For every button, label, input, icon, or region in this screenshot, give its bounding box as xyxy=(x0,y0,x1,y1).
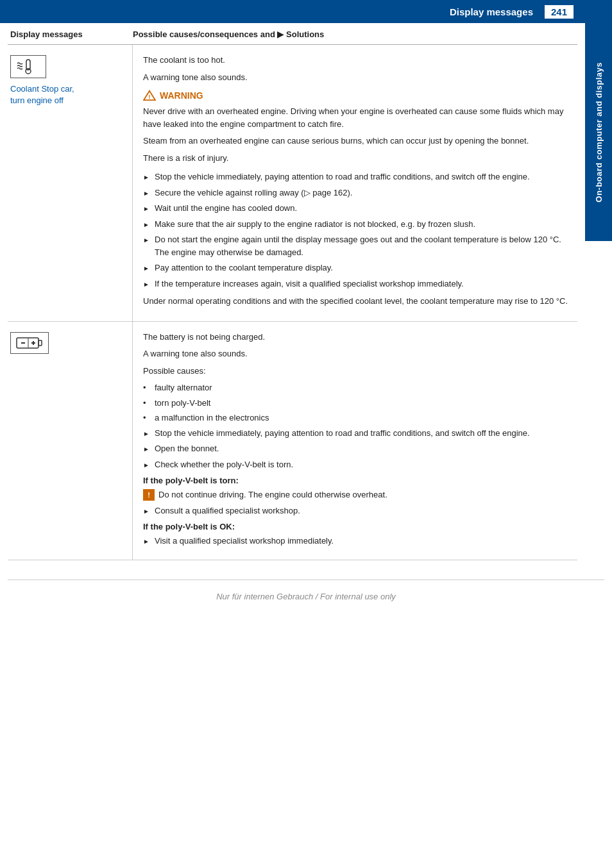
dot-icon: • xyxy=(143,412,152,424)
arrow-icon: ► xyxy=(143,204,152,213)
coolant-display-label: Coolant Stop car, turn engine off xyxy=(10,83,74,106)
side-tab: On-board computer and displays xyxy=(585,23,612,241)
coolant-bullet-3: ► Make sure that the air supply to the e… xyxy=(143,218,570,231)
section-torn-label: If the poly-V-belt is torn: xyxy=(143,476,570,485)
left-cell-battery xyxy=(8,322,133,560)
arrow-icon: ► xyxy=(143,506,152,516)
table-row: Coolant Stop car, turn engine off The co… xyxy=(8,45,577,322)
coolant-bullet-6: ► If the temperature increases again, vi… xyxy=(143,278,570,290)
arrow-icon: ► xyxy=(143,537,152,546)
coolant-bullet-0: ► Stop the vehicle immediately, paying a… xyxy=(143,171,570,183)
battery-bullet-0: ► Stop the vehicle immediately, paying a… xyxy=(143,427,570,440)
battery-icon xyxy=(16,336,43,350)
coolant-icon xyxy=(16,58,40,75)
svg-text:!: ! xyxy=(149,94,151,100)
column-headers: Display messages Possible causes/consequ… xyxy=(8,23,577,45)
coolant-icon-box xyxy=(10,55,46,78)
col-display-messages: Display messages xyxy=(8,29,133,39)
header-title: Display messages xyxy=(450,6,533,17)
battery-bullet-1: ► Open the bonnet. xyxy=(143,442,570,455)
coolant-bullet-5: ► Pay attention to the coolant temperatu… xyxy=(143,262,570,274)
coolant-intro-2: A warning tone also sounds. xyxy=(143,71,570,84)
coolant-bullet-1: ► Secure the vehicle against rolling awa… xyxy=(143,187,570,199)
footer-text: Nur für internen Gebrauch / For internal… xyxy=(0,592,612,606)
footer-divider xyxy=(8,580,604,580)
warning-para-3: There is a risk of injury. xyxy=(143,152,570,165)
coolant-bullet-2: ► Wait until the engine has cooled down. xyxy=(143,202,570,215)
main-content: Display messages Possible causes/consequ… xyxy=(0,23,585,580)
arrow-icon: ► xyxy=(143,172,152,182)
arrow-icon: ► xyxy=(143,188,152,198)
battery-icon-box xyxy=(10,332,49,354)
battery-intro-2: A warning tone also sounds. xyxy=(143,347,570,360)
page-number: 241 xyxy=(545,5,574,19)
dot-icon: • xyxy=(143,397,152,410)
battery-intro-1: The battery is not being charged. xyxy=(143,331,570,344)
exclamation-icon: ! xyxy=(143,489,155,501)
arrow-icon: ► xyxy=(143,280,152,289)
table-row: The battery is not being charged. A warn… xyxy=(8,322,577,560)
coolant-closing: Under normal operating conditions and wi… xyxy=(143,295,570,308)
battery-intro-3: Possible causes: xyxy=(143,365,570,378)
arrow-icon: ► xyxy=(143,444,152,454)
right-cell-battery: The battery is not being charged. A warn… xyxy=(133,322,577,560)
battery-torn-arrow-0: ► Consult a qualified specialist worksho… xyxy=(143,505,570,517)
dot-icon: • xyxy=(143,381,152,394)
battery-dot-2: • a malfunction in the electronics xyxy=(143,412,570,424)
warning-box: ! WARNING Never drive with an overheated… xyxy=(143,90,570,164)
battery-dot-0: • faulty alternator xyxy=(143,381,570,394)
right-cell-coolant: The coolant is too hot. A warning tone a… xyxy=(133,45,577,321)
page-header: Display messages 241 xyxy=(0,0,612,23)
warning-para-1: Never drive with an overheated engine. D… xyxy=(143,105,570,130)
section-ok-label: If the poly-V-belt is OK: xyxy=(143,522,570,531)
arrow-icon: ► xyxy=(143,460,152,470)
col-causes-solutions: Possible causes/consequences and ▶ Solut… xyxy=(133,29,577,39)
coolant-intro-1: The coolant is too hot. xyxy=(143,54,570,67)
arrow-icon: ► xyxy=(143,429,152,438)
battery-ok-arrow-0: ► Visit a qualified specialist workshop … xyxy=(143,535,570,547)
coolant-bullet-4: ► Do not start the engine again until th… xyxy=(143,233,570,258)
battery-exclaim-0: ! Do not continue driving. The engine co… xyxy=(143,488,570,501)
warning-header: ! WARNING xyxy=(143,90,570,101)
arrow-icon: ► xyxy=(143,235,152,245)
side-tab-label: On-board computer and displays xyxy=(594,62,604,203)
warning-triangle-icon: ! xyxy=(143,90,156,101)
arrow-icon: ► xyxy=(143,220,152,230)
warning-title: WARNING xyxy=(160,90,203,101)
battery-bullet-2: ► Check whether the poly-V-belt is torn. xyxy=(143,458,570,471)
svg-rect-5 xyxy=(38,340,42,346)
warning-para-2: Steam from an overheated engine can caus… xyxy=(143,135,570,147)
svg-point-1 xyxy=(26,69,31,74)
left-cell-coolant: Coolant Stop car, turn engine off xyxy=(8,45,133,321)
arrow-icon: ► xyxy=(143,263,152,273)
battery-dot-1: • torn poly-V-belt xyxy=(143,397,570,410)
